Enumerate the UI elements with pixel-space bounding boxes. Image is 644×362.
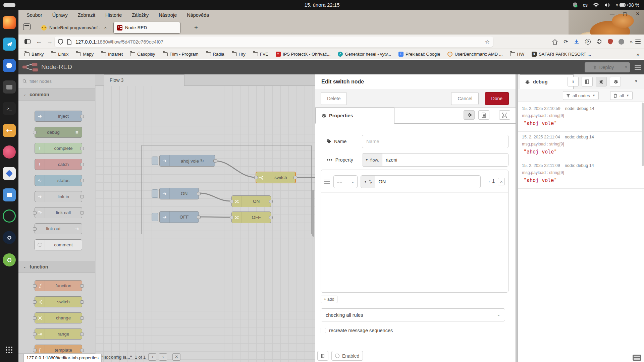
debug-filter-button[interactable]: all nodes ▼ bbox=[563, 91, 599, 100]
done-button[interactable]: Done bbox=[485, 92, 509, 105]
palette-node-catch[interactable]: !catch bbox=[35, 159, 82, 170]
debug-message[interactable]: 15. 2. 2025 22:11:09node: debug 14 msg.p… bbox=[518, 160, 644, 189]
dock-icon-steam[interactable] bbox=[3, 231, 16, 244]
downloads-icon[interactable] bbox=[574, 39, 579, 45]
search-close-icon[interactable]: ✕ bbox=[172, 353, 180, 361]
close-button[interactable]: ✕ bbox=[634, 11, 641, 16]
debug-message[interactable]: 15. 2. 2025 22:11:04node: debug 14 msg.p… bbox=[518, 132, 644, 160]
canvas-scrollbar[interactable] bbox=[312, 190, 314, 237]
switch-node[interactable]: switch bbox=[256, 172, 296, 183]
dock-icon-recycle-app[interactable]: ♻ bbox=[3, 253, 16, 266]
palette-node-debug[interactable]: ≡debug bbox=[35, 127, 82, 138]
page-info-icon[interactable] bbox=[67, 39, 71, 45]
enabled-toggle-button[interactable]: Enabled bbox=[331, 351, 363, 361]
search-next-icon[interactable]: › bbox=[159, 353, 167, 361]
palette-node-status[interactable]: ∿status bbox=[35, 175, 82, 186]
overflow-chevron-icon[interactable]: » bbox=[630, 39, 633, 45]
dock-icon-blue-window-app[interactable] bbox=[3, 188, 16, 201]
name-input[interactable] bbox=[362, 135, 508, 148]
description-doc-button[interactable] bbox=[478, 110, 489, 120]
palette-search[interactable] bbox=[18, 74, 95, 88]
bookmark-folder[interactable]: Banky bbox=[24, 52, 44, 57]
dock-icon-diamond-app[interactable] bbox=[3, 167, 16, 180]
bookmark-folder[interactable]: HW bbox=[510, 52, 525, 57]
palette-node-comment[interactable]: comment bbox=[35, 239, 82, 250]
tab-overview-icon[interactable] bbox=[23, 23, 31, 30]
palette-category-function[interactable]: ⌄ function bbox=[18, 261, 95, 273]
inject-button[interactable] bbox=[152, 157, 158, 165]
inject-button[interactable] bbox=[152, 213, 158, 221]
debug-clear-button[interactable]: all ▼ bbox=[610, 91, 633, 100]
help-book-button[interactable] bbox=[582, 77, 593, 86]
forward-icon[interactable]: → bbox=[47, 38, 53, 45]
onscreen-keyboard-icon[interactable] bbox=[633, 355, 641, 361]
settings-gear-button[interactable] bbox=[610, 77, 621, 86]
minimize-button[interactable]: — bbox=[608, 11, 616, 16]
palette-node-switch[interactable]: switch bbox=[35, 296, 82, 307]
property-typed-input[interactable]: ▼flow. rizeni bbox=[362, 153, 508, 167]
info-button[interactable]: i bbox=[568, 77, 579, 86]
show-applications-button[interactable] bbox=[3, 344, 16, 357]
menu-zalozky[interactable]: Záložky bbox=[132, 12, 149, 18]
palette-node-range[interactable]: ⇥range bbox=[35, 328, 82, 340]
recreate-checkbox[interactable] bbox=[321, 328, 326, 333]
bookmark-folder[interactable]: Časopisy bbox=[130, 52, 155, 57]
palette-node-link-in[interactable]: ➔link in bbox=[35, 191, 82, 202]
tracking-shield-icon[interactable] bbox=[58, 39, 63, 45]
dock-icon-package-manager[interactable]: +− bbox=[3, 124, 16, 137]
dock-icon-files[interactable] bbox=[3, 80, 16, 94]
rule-operator-select[interactable]: == ⌄ bbox=[333, 175, 358, 188]
rule-row[interactable]: == ⌄ ▼ az ON → 1 ✕ bbox=[321, 170, 508, 193]
extension-circle-icon[interactable] bbox=[619, 39, 624, 45]
tab-nodered-active[interactable]: Node-RED bbox=[113, 22, 180, 34]
palette-node-complete[interactable]: !complete bbox=[35, 143, 82, 154]
inject-node-off[interactable]: ➔ OFF bbox=[159, 211, 199, 223]
bookmark-star-icon[interactable]: ☆ bbox=[485, 39, 490, 45]
appearance-button[interactable] bbox=[499, 110, 510, 120]
property-type-selector[interactable]: ▼flow. bbox=[362, 154, 382, 166]
inject-node-ahoj-vole[interactable]: ➔ ahoj vole ↻ bbox=[159, 155, 215, 167]
sidebar-scrollbar[interactable] bbox=[642, 103, 644, 166]
sidebar-separator[interactable] bbox=[516, 74, 518, 362]
rule-value-typed-input[interactable]: ▼ az ON bbox=[361, 175, 481, 188]
wifi-icon[interactable] bbox=[593, 3, 599, 7]
debug-messages-button[interactable] bbox=[596, 77, 607, 86]
os-clock[interactable]: 15. února 22:15 bbox=[0, 0, 644, 10]
dock-icon-green-ring-app[interactable] bbox=[3, 209, 16, 223]
keyboard-layout-indicator[interactable]: cs bbox=[583, 2, 588, 8]
palette-category-common[interactable]: ⌄ common bbox=[18, 88, 95, 101]
rule-value-type-selector[interactable]: ▼ az bbox=[361, 176, 375, 188]
palette-node-inject[interactable]: ➔inject bbox=[35, 111, 82, 122]
cancel-button[interactable]: Cancel bbox=[451, 92, 479, 105]
volume-icon[interactable] bbox=[604, 3, 610, 7]
rule-mode-select[interactable]: checking all rules ⌄ bbox=[321, 308, 505, 321]
menu-napoveda[interactable]: Nápověda bbox=[187, 12, 209, 18]
extension-p-icon[interactable]: P bbox=[585, 39, 591, 45]
extensions-puzzle-icon[interactable] bbox=[596, 39, 602, 45]
maximize-button[interactable]: ▢ bbox=[621, 11, 629, 16]
properties-gear-button[interactable] bbox=[464, 110, 475, 120]
flow-canvas[interactable]: ➔ ahoj vole ↻ switch ➔ ON bbox=[95, 86, 315, 362]
tab-close-icon[interactable]: × bbox=[104, 25, 107, 30]
battery-indicator[interactable]: ↯ 98 % bbox=[615, 2, 639, 8]
bookmarks-overflow-icon[interactable]: » bbox=[637, 51, 639, 57]
inject-node-on[interactable]: ➔ ON bbox=[159, 188, 199, 199]
nodered-menu-icon[interactable] bbox=[635, 64, 641, 71]
menu-soubor[interactable]: Soubor bbox=[26, 12, 42, 18]
bookmark-folder[interactable]: Radia bbox=[206, 52, 224, 57]
delete-button[interactable]: Delete bbox=[321, 92, 347, 105]
library-book-icon[interactable] bbox=[317, 351, 328, 361]
ublock-shield-icon[interactable] bbox=[608, 39, 613, 45]
menu-historie[interactable]: Historie bbox=[105, 12, 122, 18]
dock-icon-firefox[interactable] bbox=[3, 16, 16, 29]
tab-nodered-docs[interactable]: NodeRed programování - × bbox=[38, 22, 110, 34]
bookmark-item[interactable]: GPřekladač Google bbox=[398, 52, 440, 57]
debug-message[interactable]: 15. 2. 2025 22:10:59node: debug 14 msg.p… bbox=[518, 103, 644, 132]
rule-delete-icon[interactable]: ✕ bbox=[498, 178, 505, 185]
deploy-options-caret[interactable]: ▼ bbox=[622, 62, 630, 72]
bookmark-folder[interactable]: FVE bbox=[253, 52, 268, 57]
security-shield-icon[interactable] bbox=[573, 2, 578, 8]
palette-node-change[interactable]: change bbox=[35, 312, 82, 323]
bookmark-folder[interactable]: Linux bbox=[51, 52, 68, 57]
drag-handle-icon[interactable] bbox=[324, 179, 330, 185]
